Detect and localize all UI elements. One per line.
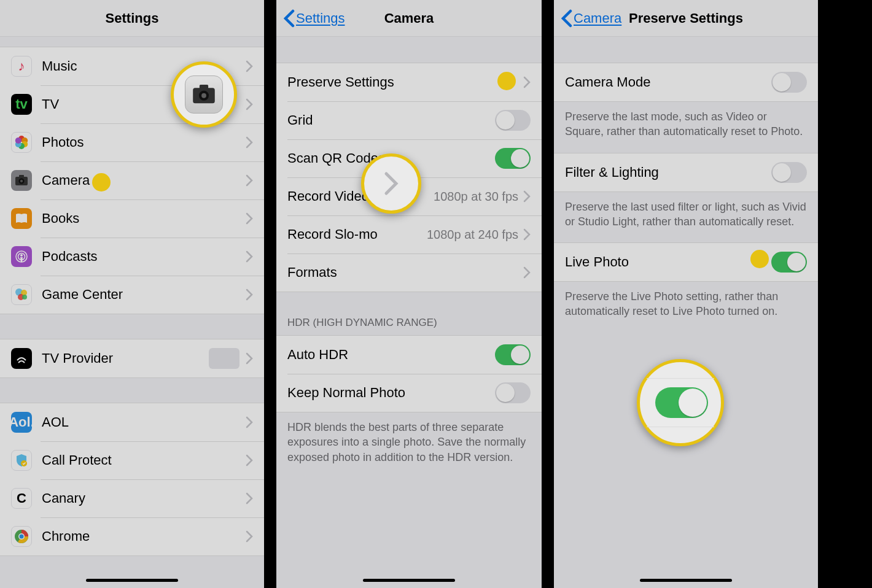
row-label: TV Provider: [42, 350, 209, 366]
highlight-dot: [750, 250, 769, 268]
chevron-right-icon: [246, 454, 253, 466]
toggle-keep-normal[interactable]: [495, 382, 531, 403]
svg-point-20: [20, 535, 24, 539]
chevron-right-icon: [523, 76, 531, 88]
row-auto-hdr[interactable]: Auto HDR: [276, 336, 542, 374]
nav-title: Preserve Settings: [629, 10, 743, 26]
row-label: Photos: [42, 134, 246, 150]
row-canary[interactable]: C Canary: [0, 479, 264, 517]
gamecenter-icon: [11, 284, 32, 305]
footer-live-photo: Preserve the Live Photo setting, rather …: [554, 282, 818, 319]
toggle-auto-hdr[interactable]: [495, 344, 531, 365]
row-label: Books: [42, 211, 246, 226]
svg-point-9: [20, 180, 23, 182]
row-label: AOL: [42, 414, 246, 430]
row-podcasts[interactable]: Podcasts: [0, 238, 264, 276]
row-label: Filter & Lighting: [565, 164, 771, 180]
settings-group-tvprovider: TV Provider: [0, 339, 264, 378]
row-label: Podcasts: [42, 249, 246, 265]
chevron-right-icon: [246, 98, 253, 110]
nav-title: Camera: [384, 10, 434, 26]
aol-icon: Aol.: [11, 412, 32, 433]
home-indicator[interactable]: [363, 579, 455, 582]
toggle-grid[interactable]: [495, 110, 531, 131]
section-footer-hdr: HDR blends the best parts of three separ…: [276, 412, 542, 465]
music-icon: ♪: [11, 56, 32, 77]
preserve-group-2: Filter & Lighting: [554, 153, 818, 192]
footer-camera-mode: Preserve the last mode, such as Video or…: [554, 102, 818, 139]
row-label: Record Slo-mo: [287, 226, 427, 242]
callout-toggle-on: [637, 359, 724, 446]
row-formats[interactable]: Formats: [276, 253, 542, 292]
screen-preserve: Camera Preserve Settings Camera Mode Pre…: [554, 0, 818, 588]
podcasts-icon: [11, 246, 32, 267]
row-label: Live Photo: [565, 254, 771, 270]
footer-filter-lighting: Preserve the last used filter or light, …: [554, 192, 818, 230]
provider-thumb: [209, 348, 239, 369]
row-value: 1080p at 30 fps: [434, 190, 518, 204]
row-callprotect[interactable]: Call Protect: [0, 441, 264, 479]
toggle-live-photo[interactable]: [771, 252, 807, 273]
row-books[interactable]: Books: [0, 199, 264, 238]
toggle-filter-lighting[interactable]: [771, 162, 807, 183]
tv-icon: tv: [11, 94, 32, 115]
row-chrome[interactable]: Chrome: [0, 517, 264, 555]
toggle-scan-qr[interactable]: [495, 148, 531, 169]
chevron-right-icon: [246, 352, 253, 365]
home-indicator[interactable]: [640, 579, 732, 582]
chevron-right-icon: [246, 288, 253, 301]
callout-chevron: [361, 153, 421, 214]
row-camera[interactable]: Camera: [0, 161, 264, 199]
screen-settings: Settings ♪ Music tv TV Photos Camera: [0, 0, 264, 588]
row-label: Game Center: [42, 287, 246, 303]
settings-group-thirdparty: Aol. AOL Call Protect C Canary Chrome: [0, 403, 264, 556]
chrome-icon: [11, 526, 32, 547]
nav-bar: Settings: [0, 0, 264, 37]
camera-group-hdr: Auto HDR Keep Normal Photo: [276, 335, 542, 412]
row-label: Auto HDR: [287, 347, 495, 363]
row-label: Preserve Settings: [287, 74, 523, 90]
svg-point-16: [22, 295, 27, 300]
nav-bar: Camera Preserve Settings: [554, 0, 818, 37]
row-gamecenter[interactable]: Game Center: [0, 276, 264, 314]
row-photos[interactable]: Photos: [0, 123, 264, 161]
row-keep-normal[interactable]: Keep Normal Photo: [276, 374, 542, 412]
svg-rect-23: [200, 85, 208, 89]
nav-bar: Settings Camera: [276, 0, 542, 37]
svg-point-12: [20, 254, 23, 257]
chevron-right-icon: [523, 266, 531, 279]
row-tvprovider[interactable]: TV Provider: [0, 339, 264, 377]
row-live-photo[interactable]: Live Photo: [554, 243, 818, 281]
back-label: Settings: [296, 10, 345, 26]
row-camera-mode[interactable]: Camera Mode: [554, 63, 818, 101]
svg-rect-7: [19, 175, 24, 177]
highlight-dot: [92, 173, 111, 191]
chevron-right-icon: [246, 530, 253, 543]
back-button[interactable]: Camera: [561, 0, 621, 36]
svg-point-25: [201, 93, 206, 98]
callout-camera-icon: [171, 61, 237, 128]
tvprovider-icon: [11, 348, 32, 369]
nav-title: Settings: [106, 10, 159, 26]
section-header-hdr: HDR (HIGH DYNAMIC RANGE): [276, 292, 542, 335]
row-filter-lighting[interactable]: Filter & Lighting: [554, 153, 818, 191]
row-value: 1080p at 240 fps: [427, 228, 518, 242]
chevron-right-icon: [523, 228, 531, 241]
back-button[interactable]: Settings: [284, 0, 345, 36]
row-grid[interactable]: Grid: [276, 101, 542, 139]
row-record-slomo[interactable]: Record Slo-mo 1080p at 240 fps: [276, 215, 542, 253]
back-label: Camera: [574, 10, 621, 26]
chevron-right-icon: [246, 212, 253, 225]
row-label: Keep Normal Photo: [287, 385, 495, 401]
chevron-right-icon: [246, 60, 253, 72]
chevron-right-icon: [246, 136, 253, 149]
toggle-camera-mode[interactable]: [771, 72, 807, 93]
row-aol[interactable]: Aol. AOL: [0, 403, 264, 441]
row-label: Grid: [287, 112, 495, 128]
home-indicator[interactable]: [86, 579, 178, 582]
chevron-right-icable: [246, 174, 253, 187]
screen-camera: Settings Camera Preserve Settings Grid S…: [276, 0, 542, 588]
preserve-group-3: Live Photo: [554, 242, 818, 282]
canary-icon: C: [11, 488, 32, 509]
row-label: Canary: [42, 490, 246, 506]
